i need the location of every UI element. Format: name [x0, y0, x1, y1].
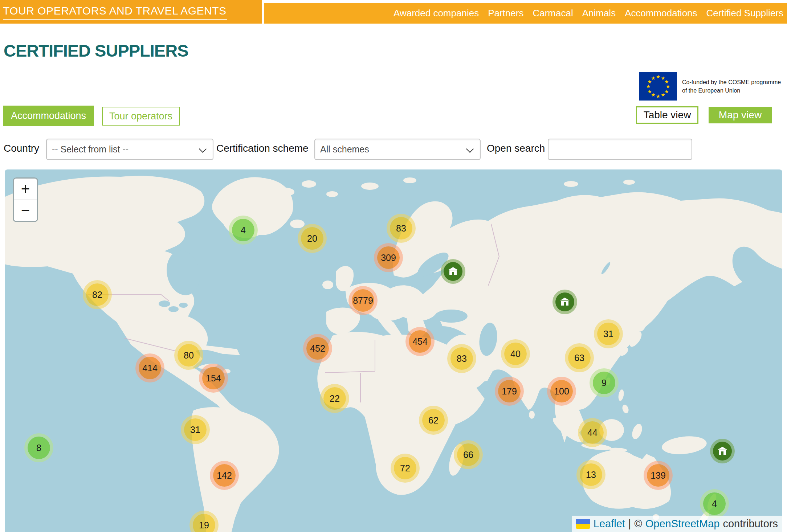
leaflet-link[interactable]: Leaflet	[594, 518, 625, 530]
certification-scheme-label: Certification scheme	[216, 143, 309, 154]
cluster-marker[interactable]: 63	[568, 347, 591, 369]
cluster-count: 31	[603, 329, 613, 339]
svg-text:★: ★	[651, 75, 656, 81]
chevron-down-icon	[466, 145, 474, 153]
contributors-text: contributors	[723, 518, 778, 530]
cluster-marker[interactable]: 20	[301, 227, 323, 250]
cluster-marker[interactable]: 179	[498, 380, 521, 402]
cluster-count: 80	[184, 350, 194, 361]
cluster-marker[interactable]: 414	[139, 357, 161, 379]
cluster-marker[interactable]: 454	[409, 330, 431, 353]
cluster-marker[interactable]: 83	[450, 347, 473, 370]
cluster-count: 154	[206, 373, 221, 384]
zoom-out-button[interactable]: −	[14, 200, 37, 221]
nav-carmacal[interactable]: Carmacal	[533, 8, 573, 19]
cluster-count: 139	[651, 470, 666, 481]
cluster-count: 19	[199, 520, 209, 531]
cluster-count: 66	[463, 450, 473, 460]
cluster-marker[interactable]: 19	[193, 514, 215, 532]
cluster-count: 20	[307, 233, 317, 244]
open-search-input[interactable]	[548, 139, 692, 160]
cluster-marker[interactable]: 82	[86, 283, 109, 306]
brand-title[interactable]: TOUR OPERATORS AND TRAVEL AGENTS	[3, 4, 227, 20]
cluster-count: 179	[502, 386, 517, 397]
cluster-marker[interactable]: 62	[422, 409, 445, 431]
cluster-marker[interactable]: 452	[306, 337, 329, 360]
top-header: TOUR OPERATORS AND TRAVEL AGENTS Awarded…	[0, 0, 787, 24]
attribution-separator: |	[628, 518, 631, 530]
cluster-count: 452	[310, 343, 325, 354]
country-select[interactable]: -- Select from list --	[46, 139, 213, 160]
cluster-marker[interactable]: 139	[647, 464, 669, 487]
eu-credit-line2: of the European Union	[682, 86, 781, 95]
page-title: CERTIFIED SUPPLIERS	[4, 41, 188, 61]
chevron-down-icon	[199, 145, 207, 153]
cluster-marker[interactable]: 8779	[352, 289, 374, 312]
table-view-button[interactable]: Table view	[636, 106, 698, 124]
cluster-marker[interactable]: 4	[703, 492, 726, 515]
header-brand-block: TOUR OPERATORS AND TRAVEL AGENTS	[0, 0, 262, 24]
certification-scheme-select[interactable]: All schemes	[314, 139, 481, 160]
cluster-count: 4	[241, 225, 246, 236]
country-label: Country	[4, 143, 39, 154]
svg-text:★: ★	[656, 93, 661, 99]
cluster-count: 8	[36, 443, 41, 453]
cluster-marker[interactable]: 4	[232, 219, 254, 241]
cluster-count: 9	[602, 378, 607, 388]
eu-credit-line1: Co-funded by the COSME programme	[682, 78, 781, 86]
nav-animals[interactable]: Animals	[582, 8, 616, 19]
header-nav: Awarded companies Partners Carmacal Anim…	[264, 3, 787, 24]
accommodation-marker[interactable]	[713, 442, 732, 461]
nav-partners[interactable]: Partners	[488, 8, 523, 19]
copyright-symbol: ©	[634, 518, 642, 530]
cluster-count: 8779	[353, 295, 373, 306]
cluster-marker[interactable]: 40	[504, 343, 527, 365]
cluster-marker[interactable]: 142	[213, 464, 236, 487]
open-search-label: Open search	[487, 143, 545, 154]
house-icon	[717, 446, 727, 456]
cluster-count: 22	[330, 393, 340, 404]
cluster-count: 142	[217, 470, 232, 481]
eu-flag: ★★★★★★★★★★★★	[639, 72, 677, 101]
ukraine-flag-icon	[576, 519, 590, 529]
map-attribution: Leaflet | © OpenStreetMap contributors	[572, 516, 782, 532]
leaflet-map[interactable]: + − 420833098779824524548340316394148015…	[5, 169, 782, 532]
cluster-marker[interactable]: 100	[550, 380, 573, 402]
cluster-count: 62	[428, 415, 439, 426]
cluster-marker[interactable]: 13	[580, 463, 602, 486]
marker-layer: 4208330987798245245483403163941480154221…	[5, 169, 782, 532]
eu-credit-text: Co-funded by the COSME programme of the …	[682, 78, 781, 95]
nav-certified-suppliers[interactable]: Certified Suppliers	[706, 8, 783, 19]
cluster-marker[interactable]: 31	[184, 418, 207, 441]
zoom-in-button[interactable]: +	[14, 179, 37, 200]
eu-cofunding-block: ★★★★★★★★★★★★ Co-funded by the COSME prog…	[639, 72, 781, 101]
cluster-count: 40	[510, 349, 521, 359]
map-zoom-control: + −	[13, 177, 38, 222]
map-view-button[interactable]: Map view	[709, 107, 772, 123]
cluster-count: 44	[587, 427, 598, 438]
cluster-marker[interactable]: 80	[178, 344, 200, 367]
accommodation-marker[interactable]	[555, 292, 574, 311]
cluster-marker[interactable]: 22	[323, 387, 346, 410]
nav-awarded-companies[interactable]: Awarded companies	[394, 8, 479, 19]
cluster-count: 100	[554, 386, 569, 397]
cluster-marker[interactable]: 72	[394, 457, 416, 479]
cluster-count: 309	[381, 253, 396, 263]
openstreetmap-link[interactable]: OpenStreetMap	[645, 518, 720, 530]
cluster-marker[interactable]: 9	[593, 372, 615, 394]
cluster-marker[interactable]: 8	[28, 437, 50, 459]
nav-accommodations[interactable]: Accommodations	[625, 8, 697, 19]
cluster-marker[interactable]: 66	[457, 443, 480, 466]
accommodation-marker[interactable]	[444, 262, 462, 281]
cluster-count: 4	[712, 499, 717, 509]
cluster-marker[interactable]: 83	[390, 217, 412, 240]
tab-accommodations[interactable]: Accommodations	[3, 106, 94, 126]
cluster-marker[interactable]: 31	[597, 323, 620, 345]
cluster-marker[interactable]: 44	[581, 421, 604, 444]
cluster-marker[interactable]: 154	[202, 367, 225, 389]
svg-text:★: ★	[661, 92, 665, 98]
country-select-value: -- Select from list --	[52, 144, 129, 155]
cluster-marker[interactable]: 309	[377, 246, 400, 269]
tab-tour-operators[interactable]: Tour operators	[102, 107, 180, 126]
scheme-select-value: All schemes	[320, 144, 369, 155]
